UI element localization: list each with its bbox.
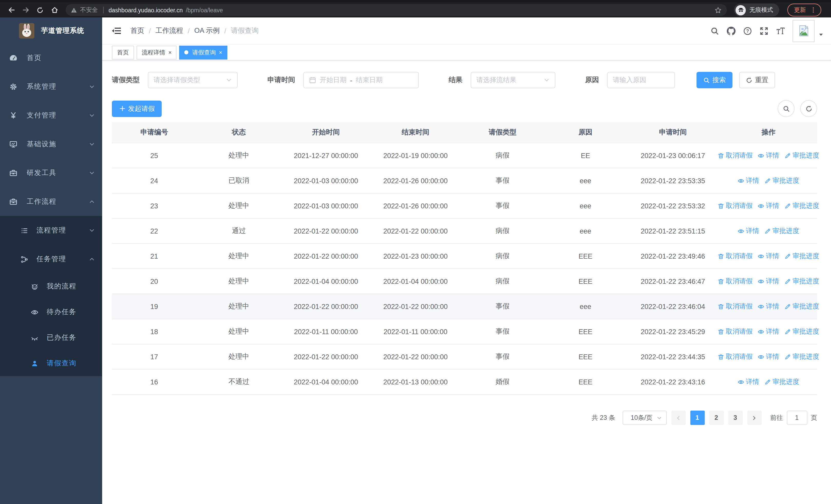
prev-page-button[interactable] [671, 411, 686, 425]
cancel-action-link[interactable]: 取消请假 [718, 277, 752, 286]
apply-time-range-picker[interactable]: 开始日期 - 结束日期 [303, 72, 419, 88]
browser-forward-button[interactable] [20, 4, 32, 16]
sidebar-item-已办任务[interactable]: 已办任务 [0, 325, 102, 351]
user-avatar[interactable] [793, 20, 814, 42]
progress-action-icon [784, 278, 791, 285]
close-icon[interactable]: × [219, 49, 222, 55]
user-menu-caret-icon[interactable] [818, 32, 824, 37]
page-1-button[interactable]: 1 [690, 411, 705, 425]
breadcrumb-item[interactable]: 工作流程 [155, 26, 183, 35]
detail-action-link[interactable]: 详情 [757, 201, 779, 210]
detail-action-link[interactable]: 详情 [738, 226, 759, 236]
progress-action-link[interactable]: 审批进度 [784, 277, 819, 286]
browser-home-button[interactable] [48, 4, 61, 16]
sidebar-item-流程管理[interactable]: 流程管理 [0, 216, 102, 245]
sidebar-collapse-icon[interactable] [112, 27, 121, 35]
sidebar-item-基础设施[interactable]: 基础设施 [0, 130, 102, 158]
detail-action-link[interactable]: 详情 [757, 302, 779, 311]
sidebar-item-待办任务[interactable]: 待办任务 [0, 299, 102, 325]
progress-action-link[interactable]: 审批进度 [784, 251, 819, 261]
sidebar-item-首页[interactable]: 首页 [0, 43, 102, 72]
create-leave-button[interactable]: 发起请假 [112, 100, 162, 117]
tag-请假查询[interactable]: 请假查询 × [179, 46, 227, 59]
progress-action-link[interactable]: 审批进度 [764, 176, 799, 185]
detail-action-link[interactable]: 详情 [738, 377, 759, 386]
header-search-icon[interactable] [706, 23, 723, 39]
breadcrumb-item[interactable]: OA 示例 [194, 26, 220, 35]
cancel-action-icon [718, 203, 724, 209]
tag-流程详情[interactable]: 流程详情 × [137, 46, 177, 59]
cancel-action-link[interactable]: 取消请假 [718, 352, 752, 361]
progress-action-link[interactable]: 审批进度 [784, 201, 819, 210]
cell-reason: EEE [545, 344, 626, 369]
browser-update-button[interactable]: 更新 [787, 4, 821, 17]
address-bar[interactable]: 不安全 dashboard.yudao.iocoder.cn/bpm/oa/le… [66, 4, 727, 16]
font-size-icon[interactable] [772, 23, 789, 39]
chevron-up-icon [89, 199, 95, 205]
cell-applied: 2022-01-22 23:46:04 [626, 294, 720, 319]
submenu-item-label: 流程管理 [36, 226, 89, 235]
sidebar-item-支付管理[interactable]: 支付管理 [0, 101, 102, 130]
table-refresh-button[interactable] [800, 100, 817, 117]
cell-start: 2022-01-03 00:00:00 [281, 193, 371, 218]
result-select[interactable]: 请选择流结果 [471, 72, 555, 88]
sidebar-item-工作流程[interactable]: 工作流程 [0, 187, 102, 216]
bookmark-star-icon[interactable] [715, 6, 722, 13]
help-icon[interactable] [739, 23, 755, 39]
tag-首页[interactable]: 首页 [112, 46, 134, 59]
search-button[interactable]: 搜索 [696, 72, 733, 88]
browser-back-button[interactable] [5, 4, 18, 16]
leave-type-select[interactable]: 请选择请假类型 [148, 72, 238, 88]
github-icon[interactable] [723, 23, 739, 39]
close-icon[interactable]: × [168, 49, 172, 55]
next-page-button[interactable] [747, 411, 762, 425]
cancel-action-link[interactable]: 取消请假 [718, 151, 752, 160]
tag-label: 流程详情 [142, 49, 165, 56]
cell-status: 处理中 [197, 319, 281, 344]
sidebar-item-我的流程[interactable]: 我的流程 [0, 273, 102, 299]
detail-action-link[interactable]: 详情 [757, 327, 779, 336]
sidebar-item-系统管理[interactable]: 系统管理 [0, 72, 102, 101]
progress-action-link[interactable]: 审批进度 [784, 151, 819, 160]
browser-menu-icon[interactable] [810, 7, 816, 13]
progress-action-link[interactable]: 审批进度 [764, 226, 799, 236]
detail-action-icon [738, 228, 744, 234]
detail-action-link[interactable]: 详情 [757, 251, 779, 261]
page-size-select[interactable]: 10条/页 [622, 411, 666, 425]
cell-end: 2022-01-26 00:00:00 [371, 193, 460, 218]
row-actions: 取消请假 详情 审批进度 [722, 352, 815, 361]
progress-action-link[interactable]: 审批进度 [784, 327, 819, 336]
progress-action-link[interactable]: 审批进度 [764, 377, 799, 386]
table-row: 25 处理中 2021-12-27 00:00:00 2022-01-19 00… [112, 143, 817, 168]
detail-action-link[interactable]: 详情 [757, 151, 779, 160]
sidebar-item-研发工具[interactable]: 研发工具 [0, 158, 102, 187]
cancel-action-link[interactable]: 取消请假 [718, 302, 752, 311]
table-search-toggle-button[interactable] [778, 100, 795, 117]
action-label: 审批进度 [793, 251, 819, 261]
cell-status: 处理中 [197, 294, 281, 319]
progress-action-link[interactable]: 审批进度 [784, 302, 819, 311]
detail-action-link[interactable]: 详情 [757, 277, 779, 286]
detail-action-link[interactable]: 详情 [757, 352, 779, 361]
goto-page-input[interactable]: 1 [786, 411, 807, 425]
reset-button[interactable]: 重置 [739, 72, 775, 88]
reason-input[interactable]: 请输入原因 [607, 72, 675, 88]
sidebar-item-任务管理[interactable]: 任务管理 [0, 245, 102, 273]
fullscreen-icon[interactable] [755, 23, 772, 39]
cancel-action-link[interactable]: 取消请假 [718, 251, 752, 261]
detail-action-link[interactable]: 详情 [738, 176, 759, 185]
browser-reload-button[interactable] [34, 4, 46, 16]
cancel-action-link[interactable]: 取消请假 [718, 327, 752, 336]
breadcrumb-item[interactable]: 首页 [131, 26, 144, 35]
page-3-button[interactable]: 3 [728, 411, 742, 425]
action-label: 取消请假 [726, 327, 752, 336]
sidebar-item-请假查询[interactable]: 请假查询 [0, 351, 102, 376]
screen: 不安全 dashboard.yudao.iocoder.cn/bpm/oa/le… [0, 0, 831, 504]
cell-reason: EEE [545, 243, 626, 269]
page-2-button[interactable]: 2 [709, 411, 723, 425]
sidebar: 芋道管理系统 首页 系统管理 支付管理 基础设施 研发工具 工作流程 流程管理 … [0, 18, 102, 504]
row-actions: 详情 审批进度 [722, 226, 815, 236]
progress-action-link[interactable]: 审批进度 [784, 352, 819, 361]
cancel-action-link[interactable]: 取消请假 [718, 201, 752, 210]
monitor-icon [9, 140, 18, 148]
